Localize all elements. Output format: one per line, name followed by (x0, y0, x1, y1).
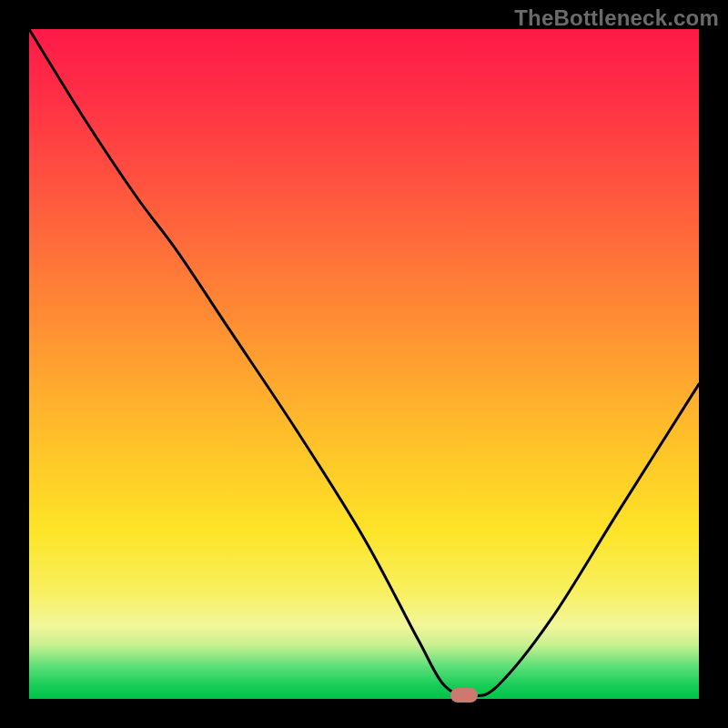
optimal-point-marker (450, 688, 478, 703)
plot-area (29, 29, 699, 699)
chart-container: TheBottleneck.com (0, 0, 728, 728)
watermark-text: TheBottleneck.com (514, 5, 719, 31)
bottleneck-curve (29, 29, 699, 699)
